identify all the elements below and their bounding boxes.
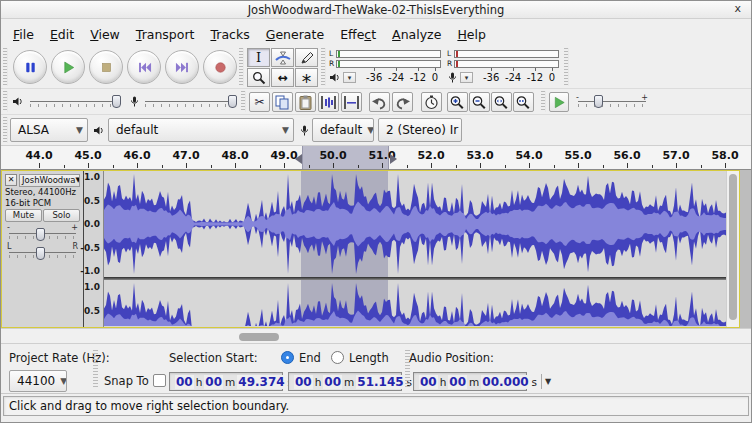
cut-button[interactable]: ✂ [249,92,270,112]
track-name-button[interactable]: JoshWoodwa ▼ [19,174,80,187]
skip-to-start-button[interactable] [127,50,161,84]
stop-button[interactable] [89,50,123,84]
playback-meter-scale: -36-24-120 [366,72,438,83]
vertical-scale-ruler[interactable]: 1.00.50.0-0.5-1.0 1.00.5 [84,171,104,327]
audio-host-select[interactable]: ALSA▼ [10,118,88,142]
playback-speed-slider[interactable]: -+ [576,95,648,109]
selection-boundary-arrow[interactable] [390,154,397,164]
play-button[interactable] [51,50,85,84]
play-at-speed-grip[interactable] [541,91,546,112]
paste-button[interactable] [295,92,316,112]
record-button[interactable] [203,50,237,84]
selection-boundary-arrow[interactable] [295,154,302,164]
menu-effect[interactable]: Effect [332,24,384,45]
silence-audio-button[interactable] [341,92,362,112]
end-radio[interactable] [281,351,294,364]
menu-view[interactable]: View [82,24,128,45]
toolbar-row-1: I ↔ * L R ▾ -36-24-120 [1,46,751,89]
pan-slider[interactable]: L R [7,245,78,260]
undo-button[interactable] [369,92,390,112]
fit-project-button[interactable] [513,92,534,112]
multi-tool-button[interactable]: * [295,68,318,87]
gain-thumb[interactable] [36,228,45,241]
pan-left-label: L [7,242,11,251]
meter-tick [338,51,340,57]
zoom-out-button[interactable] [469,92,490,112]
edit-toolbar-grip[interactable] [241,91,246,112]
vertical-scrollbar[interactable] [726,171,739,327]
playback-meter-grip[interactable] [321,48,326,86]
redo-button[interactable] [392,92,413,112]
playback-speed-thumb[interactable] [594,95,603,108]
input-volume-thumb[interactable] [228,95,237,108]
timeline-ruler[interactable]: 44.045.046.047.048.049.050.051.052.053.0… [1,146,751,170]
recording-meter[interactable]: L R ▾ -36-24-120 [447,49,559,86]
meter-dropdown-button[interactable]: ▾ [343,72,356,83]
magnifier-icon [251,71,267,85]
length-radio[interactable] [331,351,344,364]
menu-file[interactable]: File [5,24,42,45]
snap-to-checkbox[interactable] [153,374,166,387]
output-volume-thumb[interactable] [112,95,121,108]
meter-l-label: L [447,50,454,58]
horizontal-scrollbar[interactable] [1,328,751,344]
recording-channels-select[interactable]: 2 (Stereo) Ir▼ [378,118,462,142]
gain-slider[interactable]: - + [7,226,78,241]
waveform-channel-left[interactable] [104,171,726,277]
skip-to-end-button[interactable] [165,50,199,84]
selection-start-field[interactable]: 00h 00m 49.374s ▼ [169,372,283,391]
playback-device-select[interactable]: default▼ [108,118,294,142]
horizontal-scrollbar-thumb[interactable] [239,333,279,341]
menu-help[interactable]: Help [449,24,494,45]
project-rate-select[interactable]: 44100▼ [9,370,67,392]
stopwatch-button[interactable] [421,92,442,112]
audio-position-field[interactable]: 00h 00m 00.000s ▼ [413,372,527,391]
vertical-scrollbar-thumb[interactable] [729,174,737,320]
play-at-speed-button[interactable] [549,92,569,112]
tools-toolbar-grip[interactable] [239,48,244,86]
toolbar-row-2: ✂ [1,89,751,115]
copy-button[interactable] [272,92,293,112]
recording-device-select[interactable]: default▼ [312,118,374,142]
waveform-display[interactable] [104,171,726,327]
zoom-in-button[interactable] [447,92,468,112]
menu-transport[interactable]: Transport [128,24,203,45]
chevron-down-icon[interactable]: ▼ [541,374,552,389]
spare-toolbar-grip[interactable] [564,48,569,86]
menu-edit[interactable]: Edit [42,24,82,45]
ruler-label: 53.0 [466,149,493,162]
time-shift-tool-button[interactable]: ↔ [271,68,294,87]
envelope-tool-button[interactable] [271,48,294,67]
pause-button[interactable] [13,50,47,84]
mute-button[interactable]: Mute [5,209,42,222]
selection-end-field[interactable]: 00h 00m 51.145s ▼ [288,372,402,391]
output-volume-slider[interactable] [28,95,122,109]
trim-audio-button[interactable] [318,92,339,112]
pan-thumb[interactable] [36,247,45,260]
close-window-button[interactable]: x [734,2,741,15]
track-close-button[interactable]: ✕ [5,174,17,186]
zoom-tool-button[interactable] [247,68,270,87]
waveform-channel-right[interactable] [104,280,726,326]
track-control-panel[interactable]: ✕ JoshWoodwa ▼ Stereo, 44100Hz 16-bit PC… [2,171,84,327]
meter-dropdown-button[interactable]: ▾ [460,72,473,83]
device-toolbar-grip[interactable] [3,117,8,143]
playback-meter[interactable]: L R ▾ -36-24-120 [329,49,441,86]
solo-button[interactable]: Solo [43,209,80,222]
menu-tracks[interactable]: Tracks [202,24,257,45]
ruler-label: 58.0 [711,149,738,162]
chevron-down-icon: ▼ [458,125,462,135]
speaker-icon [93,125,105,136]
scissors-icon: ✂ [254,95,264,109]
fit-selection-button[interactable] [491,92,512,112]
draw-tool-button[interactable] [295,48,318,67]
ruler-label: 55.0 [564,149,591,162]
menu-analyze[interactable]: Analyze [384,24,449,45]
mixer-toolbar-grip[interactable] [3,91,8,112]
ruler-label: 46.0 [123,149,150,162]
selection-tool-button[interactable]: I [247,48,270,67]
transport-toolbar-grip[interactable] [3,48,8,86]
pencil-icon [299,51,315,65]
input-volume-slider[interactable] [143,95,237,109]
menu-generate[interactable]: Generate [258,24,332,45]
